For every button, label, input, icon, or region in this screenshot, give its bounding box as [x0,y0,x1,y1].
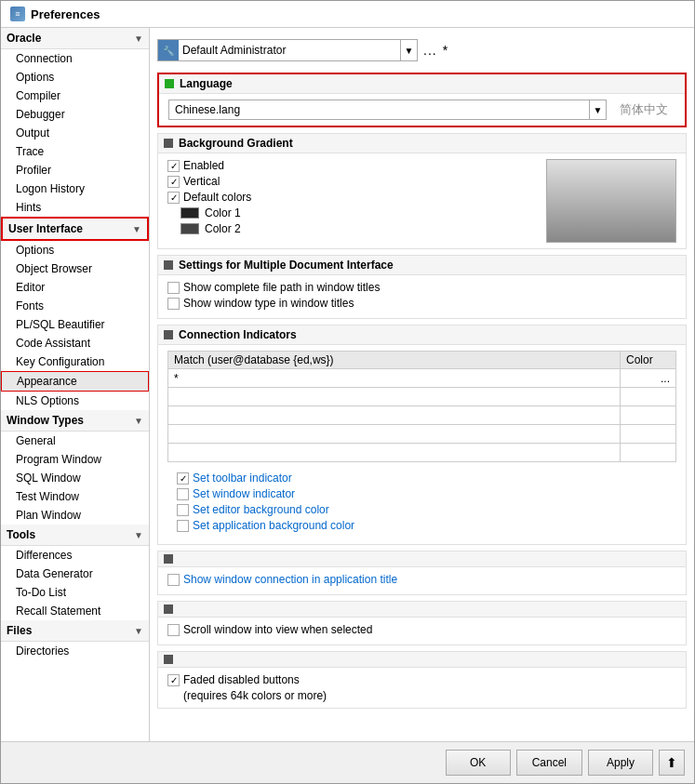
set-window-checkbox[interactable] [177,488,189,500]
dots-button[interactable]: ... [423,43,437,58]
sidebar-item-plsql-beautifier[interactable]: PL/SQL Beautifier [1,315,149,334]
indicators-checkboxes: ✓ Set toolbar indicator Set window indic… [167,468,676,538]
sidebar-item-nls-options[interactable]: NLS Options [1,392,149,410]
gradient-preview [546,159,676,243]
show-window-conn-checkbox[interactable] [167,574,180,586]
show-window-conn-row: Show window connection in application ti… [167,573,676,586]
sidebar-item-code-assistant[interactable]: Code Assistant [1,334,149,352]
show-window-type-label: Show window type in window titles [183,297,354,310]
show-full-path-checkbox[interactable] [167,282,180,294]
help-icon-button[interactable]: ⬆ [659,750,685,776]
default-colors-row: ✓ Default colors [167,191,537,204]
conn-empty-row3 [168,425,676,444]
wt-arrow: ▼ [134,416,143,426]
sidebar-item-general[interactable]: General [1,432,149,450]
sidebar-item-test-window[interactable]: Test Window [1,487,149,506]
content-area: 🔧 Default Administrator ▼ ... * Language… [150,28,694,741]
set-editor-bg-row: Set editor background color [177,503,667,516]
sidebar-item-options-ui[interactable]: Options [1,241,149,259]
sidebar-item-profiler[interactable]: Profiler [1,161,149,179]
language-dropdown-value: Chinese.lang [169,103,589,116]
chinese-label: 简体中文 [612,101,675,118]
fd-marker [164,655,173,664]
col-color-header: Color [621,352,676,369]
show-window-conn-header [158,551,686,567]
conn-color-cell: ... [621,369,676,388]
conn-empty-row4 [168,444,676,462]
conn-asterisk-cell: * [168,369,621,388]
language-dropdown-arrow[interactable]: ▼ [589,100,606,119]
sidebar-item-logon-history[interactable]: Logon History [1,179,149,198]
sidebar-item-data-generator[interactable]: Data Generator [1,565,149,583]
set-toolbar-row: ✓ Set toolbar indicator [177,472,667,485]
col-match-header: Match (user@database {ed,ws}) [168,352,621,369]
set-toolbar-checkbox[interactable]: ✓ [177,472,189,485]
sidebar-section-user-interface[interactable]: User Interface ▼ [1,217,149,241]
color2-swatch[interactable] [180,223,199,234]
conn-asterisk-row: * ... [168,369,676,388]
faded-disabled-checkbox[interactable]: ✓ [167,674,180,686]
sidebar-section-files[interactable]: Files ▼ [1,620,149,642]
sidebar-item-hints[interactable]: Hints [1,198,149,217]
sidebar-item-key-configuration[interactable]: Key Configuration [1,352,149,371]
sidebar-section-window-types[interactable]: Window Types ▼ [1,410,149,432]
cancel-button[interactable]: Cancel [516,750,582,776]
tools-arrow: ▼ [134,530,143,540]
green-indicator [165,79,174,88]
sidebar-item-connection[interactable]: Connection [1,49,149,68]
set-app-bg-checkbox[interactable] [177,520,189,532]
scroll-window-row: Scroll window into view when selected [167,623,676,636]
sidebar-item-recall-statement[interactable]: Recall Statement [1,602,149,620]
sidebar-item-plan-window[interactable]: Plan Window [1,506,149,525]
sidebar-item-options-oracle[interactable]: Options [1,68,149,86]
modified-indicator: * [443,43,448,58]
sidebar-item-debugger[interactable]: Debugger [1,105,149,124]
dropdown-arrow-icon[interactable]: ▼ [400,40,417,60]
swc-marker [164,554,173,564]
sidebar-item-appearance[interactable]: Appearance [1,371,149,392]
color2-label: Color 2 [205,222,241,235]
default-colors-label: Default colors [183,191,251,204]
main-body: Oracle ▼ Connection Options Compiler Deb… [1,28,694,741]
sidebar-item-object-browser[interactable]: Object Browser [1,259,149,278]
profile-dropdown[interactable]: 🔧 Default Administrator ▼ [157,39,418,61]
sidebar-item-differences[interactable]: Differences [1,546,149,565]
scroll-window-header [158,602,686,618]
enabled-checkbox[interactable]: ✓ [167,160,180,172]
sidebar-item-fonts[interactable]: Fonts [1,297,149,315]
oracle-arrow: ▼ [134,33,143,44]
set-app-bg-row: Set application background color [177,519,667,532]
color1-label: Color 1 [205,206,241,219]
sidebar-item-sql-window[interactable]: SQL Window [1,469,149,487]
sidebar-item-trace[interactable]: Trace [1,142,149,161]
set-editor-bg-checkbox[interactable] [177,504,189,516]
sidebar-item-program-window[interactable]: Program Window [1,450,149,469]
conn-empty-row2 [168,406,676,425]
apply-button[interactable]: Apply [588,750,653,776]
vertical-checkbox[interactable]: ✓ [167,176,180,188]
set-window-label: Set window indicator [193,487,295,500]
bg-gradient-marker [164,139,173,148]
vertical-label: Vertical [183,175,220,188]
sidebar-item-output[interactable]: Output [1,124,149,142]
swc-content: Show window connection in application ti… [158,567,686,594]
bg-gradient-content: ✓ Enabled ✓ Vertical ✓ Default colors [158,153,686,248]
enabled-row: ✓ Enabled [167,159,537,172]
sidebar-item-compiler[interactable]: Compiler [1,86,149,105]
conn-indicators-header: Connection Indicators [158,326,686,345]
default-colors-checkbox[interactable]: ✓ [167,192,180,204]
show-window-type-checkbox[interactable] [167,298,180,310]
sidebar-item-editor[interactable]: Editor [1,278,149,297]
scroll-window-checkbox[interactable] [167,624,180,636]
language-dropdown[interactable]: Chinese.lang ▼ [168,100,607,120]
sidebar-section-oracle[interactable]: Oracle ▼ [1,28,149,49]
show-window-connection-section: Show window connection in application ti… [157,551,687,595]
sidebar-section-tools[interactable]: Tools ▼ [1,525,149,546]
color1-swatch[interactable] [180,207,199,219]
sidebar-item-directories[interactable]: Directories [1,642,149,660]
sidebar-item-todo-list[interactable]: To-Do List [1,583,149,602]
ok-button[interactable]: OK [446,750,511,776]
show-window-conn-label: Show window connection in application ti… [183,573,397,586]
bg-gradient-title: Background Gradient [179,137,293,150]
window-title: Preferences [31,7,100,21]
